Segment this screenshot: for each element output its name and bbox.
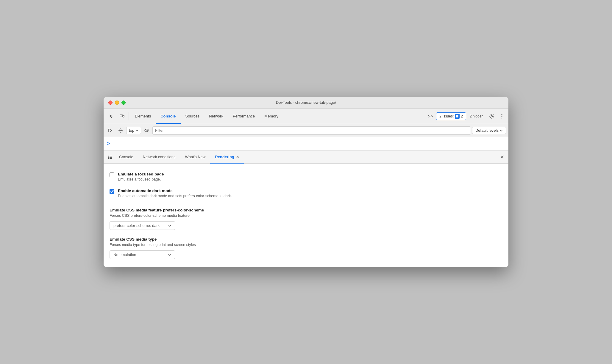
window-title: DevTools - chrome://new-tab-page/ — [276, 100, 336, 105]
auto-dark-mode-row: Enable automatic dark mode Enables autom… — [110, 185, 502, 202]
console-toolbar: top Default levels — [104, 124, 508, 137]
inspect-element-button[interactable] — [106, 111, 117, 122]
nav-tabs: Elements Console Sources Network Perform… — [130, 109, 426, 124]
css-color-scheme-section: Emulate CSS media feature prefers-color-… — [110, 204, 502, 233]
emulate-focused-page-text: Emulate a focused page Emulates a focuse… — [118, 172, 164, 181]
section-divider-1 — [110, 203, 502, 203]
drawer-tab-network-conditions[interactable]: Network conditions — [138, 150, 180, 164]
more-tabs-button[interactable]: >> — [426, 112, 435, 121]
eye-button[interactable] — [142, 126, 151, 135]
drawer-close-button[interactable]: ✕ — [498, 153, 506, 161]
devtools-window: DevTools - chrome://new-tab-page/ Elemen… — [104, 97, 508, 267]
svg-point-13 — [108, 157, 109, 158]
kebab-icon — [501, 114, 502, 119]
traffic-lights — [108, 101, 126, 105]
issues-label: 2 Issues: — [439, 114, 454, 118]
drawer-tab-console[interactable]: Console — [114, 150, 138, 164]
bottom-drawer: Console Network conditions What's New Re… — [104, 150, 508, 267]
drawer-menu-button[interactable] — [106, 153, 114, 161]
prompt-chevron: > — [107, 141, 110, 146]
close-rendering-tab[interactable]: ✕ — [236, 155, 239, 159]
css-media-type-section: Emulate CSS media type Forces media type… — [110, 233, 502, 263]
context-selector[interactable]: top — [126, 127, 141, 134]
main-toolbar: Elements Console Sources Network Perform… — [104, 109, 508, 124]
toolbar-right: >> 2 Issues: 2 2 hidden — [426, 112, 506, 121]
clear-console-button[interactable] — [106, 126, 115, 135]
rendering-panel: Emulate a focused page Emulates a focuse… — [104, 164, 508, 267]
svg-point-5 — [502, 116, 502, 117]
no-entry-icon — [118, 128, 123, 133]
tab-performance[interactable]: Performance — [228, 109, 260, 124]
chevron-down-icon-2 — [500, 130, 503, 131]
filter-input[interactable] — [152, 126, 471, 135]
drawer-tab-rendering[interactable]: Rendering ✕ — [210, 150, 243, 164]
cursor-icon — [109, 114, 114, 119]
emulate-focused-page-row: Emulate a focused page Emulates a focuse… — [110, 168, 502, 185]
svg-rect-15 — [110, 156, 112, 156]
close-button[interactable] — [108, 101, 113, 105]
svg-point-12 — [108, 156, 109, 156]
default-levels-selector[interactable]: Default levels — [472, 127, 506, 134]
svg-rect-2 — [456, 115, 458, 117]
drawer-tab-whats-new[interactable]: What's New — [180, 150, 210, 164]
tab-sources[interactable]: Sources — [181, 109, 204, 124]
message-icon — [456, 115, 459, 118]
device-toolbar-button[interactable] — [117, 111, 127, 122]
drawer-tabs-bar: Console Network conditions What's New Re… — [104, 150, 508, 164]
block-icon-button[interactable] — [116, 126, 125, 135]
tab-memory[interactable]: Memory — [260, 109, 283, 124]
svg-marker-7 — [109, 129, 112, 132]
svg-point-3 — [491, 115, 493, 117]
title-bar: DevTools - chrome://new-tab-page/ — [104, 97, 508, 109]
settings-button[interactable] — [487, 112, 497, 121]
chevron-down-icon — [135, 130, 138, 131]
tab-network[interactable]: Network — [204, 109, 228, 124]
console-prompt-area: > — [104, 137, 508, 150]
issues-count: 2 — [461, 114, 463, 118]
hidden-count: 2 hidden — [467, 114, 486, 118]
auto-dark-mode-checkbox[interactable] — [110, 189, 114, 194]
svg-point-4 — [502, 114, 502, 115]
device-icon — [120, 114, 124, 119]
more-options-button[interactable] — [498, 112, 506, 121]
svg-point-11 — [146, 130, 147, 131]
minimize-button[interactable] — [115, 101, 119, 105]
media-type-dropdown[interactable]: No emulation — [110, 250, 175, 259]
svg-point-14 — [108, 158, 109, 159]
gear-icon — [489, 114, 494, 119]
svg-rect-1 — [123, 115, 124, 117]
chevron-down-icon-3 — [168, 225, 171, 227]
play-icon — [108, 128, 113, 133]
issues-icon — [455, 114, 460, 119]
svg-point-6 — [502, 117, 502, 118]
emulate-focused-page-checkbox-wrapper — [110, 172, 114, 178]
toolbar-divider-1 — [129, 112, 129, 120]
auto-dark-mode-checkbox-wrapper — [110, 189, 114, 195]
eye-icon — [144, 129, 149, 132]
chevron-down-icon-4 — [168, 254, 171, 256]
issues-badge[interactable]: 2 Issues: 2 — [436, 112, 466, 120]
svg-rect-0 — [120, 115, 123, 117]
color-scheme-dropdown[interactable]: prefers-color-scheme: dark — [110, 221, 175, 230]
svg-rect-16 — [110, 157, 112, 158]
svg-rect-17 — [110, 158, 112, 159]
three-dots-icon — [108, 155, 112, 159]
maximize-button[interactable] — [121, 101, 126, 105]
emulate-focused-page-checkbox[interactable] — [110, 172, 114, 177]
tab-console[interactable]: Console — [156, 109, 180, 124]
auto-dark-mode-text: Enable automatic dark mode Enables autom… — [118, 189, 232, 198]
tab-elements[interactable]: Elements — [130, 109, 156, 124]
